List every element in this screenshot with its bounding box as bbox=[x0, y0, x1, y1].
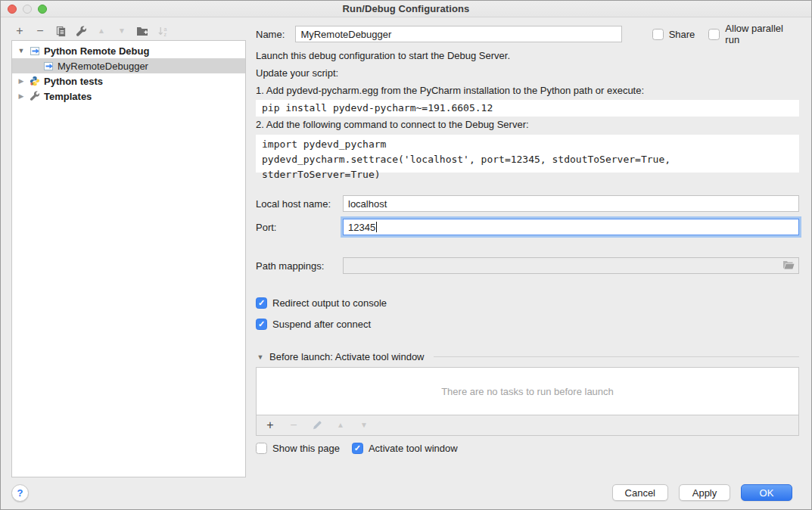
tasks-list[interactable]: There are no tasks to run before launch bbox=[257, 368, 798, 415]
zoom-window-button[interactable] bbox=[38, 5, 47, 14]
remove-task-button[interactable]: − bbox=[287, 418, 300, 432]
expand-collapse-icon[interactable] bbox=[17, 47, 26, 54]
edit-templates-button[interactable] bbox=[74, 24, 88, 38]
new-folder-icon bbox=[136, 26, 148, 36]
wrench-icon bbox=[76, 26, 87, 37]
dialog-footer: ? Cancel Apply OK bbox=[1, 476, 811, 509]
remote-debug-icon bbox=[42, 61, 54, 72]
move-up-button[interactable]: ▲ bbox=[95, 24, 108, 38]
before-launch-tasks-box: There are no tasks to run before launch … bbox=[256, 367, 799, 436]
show-this-page-checkbox[interactable]: Show this page bbox=[256, 443, 340, 454]
move-down-button[interactable]: ▼ bbox=[115, 24, 129, 38]
tasks-empty-text: There are no tasks to run before launch bbox=[441, 386, 614, 397]
name-input[interactable] bbox=[295, 26, 621, 42]
expand-collapse-icon[interactable] bbox=[17, 92, 26, 100]
apply-button[interactable]: Apply bbox=[679, 484, 730, 501]
allow-parallel-run-label: Allow parallel run bbox=[725, 23, 799, 45]
close-window-button[interactable] bbox=[8, 5, 17, 14]
ok-button[interactable]: OK bbox=[741, 484, 792, 501]
configurations-toolbar: + − ▲ ▼ a z bbox=[13, 23, 170, 39]
path-mappings-label: Path mappings: bbox=[256, 260, 343, 272]
browse-path-mappings-button[interactable] bbox=[782, 260, 795, 271]
port-input[interactable]: 12345 bbox=[343, 219, 799, 235]
activate-tool-window-checkbox[interactable]: Activate tool window bbox=[352, 443, 458, 454]
configurations-tree: Python Remote Debug MyRemoteDebugger bbox=[11, 40, 246, 477]
move-task-up-button[interactable]: ▲ bbox=[334, 418, 347, 432]
tree-item-label: Python tests bbox=[44, 76, 103, 87]
sort-configurations-button[interactable]: a z bbox=[156, 24, 170, 38]
question-mark-icon: ? bbox=[17, 487, 23, 499]
bottom-options-row: Show this page Activate tool window bbox=[256, 443, 799, 454]
step2-text: 2. Add the following command to connect … bbox=[256, 119, 799, 130]
minimize-window-button[interactable] bbox=[23, 5, 32, 14]
sort-alpha-icon: a z bbox=[157, 26, 169, 37]
cancel-button[interactable]: Cancel bbox=[612, 484, 668, 501]
settrace-code-line2: pydevd_pycharm.settrace('localhost', por… bbox=[262, 152, 793, 182]
configuration-form: Name: Share Allow parallel run Launch th… bbox=[256, 17, 799, 454]
create-folder-button[interactable] bbox=[135, 24, 149, 38]
traffic-lights bbox=[8, 5, 47, 14]
text-caret bbox=[376, 222, 377, 232]
remote-debug-icon bbox=[29, 45, 41, 57]
checkbox-icon bbox=[708, 29, 720, 40]
svg-text:a: a bbox=[163, 26, 166, 31]
suspend-after-connect-label: Suspend after connect bbox=[272, 319, 371, 330]
minus-icon: − bbox=[290, 419, 297, 431]
section-divider bbox=[434, 356, 799, 357]
redirect-output-label: Redirect output to console bbox=[272, 297, 387, 309]
arrow-down-icon: ▼ bbox=[118, 27, 126, 35]
update-script-text: Update your script: bbox=[256, 67, 799, 79]
pip-install-code[interactable]: pip install pydevd-pycharm~=191.6605.12 bbox=[256, 100, 799, 117]
tree-item-label: Python Remote Debug bbox=[44, 45, 149, 57]
svg-text:z: z bbox=[163, 32, 166, 37]
checkbox-icon bbox=[256, 443, 267, 454]
allow-parallel-run-checkbox[interactable]: Allow parallel run bbox=[708, 23, 799, 45]
titlebar: Run/Debug Configurations bbox=[1, 1, 811, 17]
before-launch-title: Before launch: Activate tool window bbox=[269, 351, 425, 362]
run-debug-configurations-dialog: Run/Debug Configurations + − ▲ ▼ bbox=[0, 0, 812, 510]
tree-item-templates[interactable]: Templates bbox=[12, 89, 245, 104]
python-tests-icon bbox=[29, 76, 41, 87]
name-label: Name: bbox=[256, 29, 295, 40]
add-task-button[interactable]: + bbox=[263, 418, 277, 432]
settrace-code[interactable]: import pydevd_pycharm pydevd_pycharm.set… bbox=[256, 135, 799, 173]
copy-icon bbox=[55, 26, 67, 37]
add-configuration-button[interactable]: + bbox=[13, 24, 26, 38]
collapse-section-icon[interactable] bbox=[256, 353, 265, 361]
local-host-row: Local host name: bbox=[256, 195, 799, 212]
before-launch-header[interactable]: Before launch: Activate tool window bbox=[256, 351, 799, 362]
path-mappings-row: Path mappings: bbox=[256, 257, 799, 274]
checkbox-icon bbox=[652, 29, 664, 40]
move-task-down-button[interactable]: ▼ bbox=[357, 418, 371, 432]
checkbox-checked-icon bbox=[256, 297, 267, 309]
copy-configuration-button[interactable] bbox=[54, 24, 67, 38]
path-mappings-input[interactable] bbox=[343, 257, 799, 274]
plus-icon: + bbox=[266, 419, 273, 431]
activate-tool-window-label: Activate tool window bbox=[369, 443, 458, 454]
settrace-code-line1: import pydevd_pycharm bbox=[262, 137, 793, 152]
redirect-output-checkbox[interactable]: Redirect output to console bbox=[256, 297, 799, 309]
tree-item-label: Templates bbox=[44, 91, 92, 102]
expand-collapse-icon[interactable] bbox=[17, 77, 26, 85]
description-text: Launch this debug configuration to start… bbox=[256, 50, 799, 61]
window-title: Run/Debug Configurations bbox=[343, 3, 470, 14]
tree-item-python-tests[interactable]: Python tests bbox=[12, 73, 245, 89]
tree-item-myremotedebugger[interactable]: MyRemoteDebugger bbox=[12, 58, 245, 73]
edit-task-button[interactable] bbox=[310, 418, 324, 432]
plus-icon: + bbox=[16, 25, 23, 37]
share-checkbox[interactable]: Share bbox=[652, 29, 695, 40]
pencil-icon bbox=[312, 420, 322, 431]
tree-item-python-remote-debug[interactable]: Python Remote Debug bbox=[12, 43, 245, 58]
help-button[interactable]: ? bbox=[11, 484, 29, 502]
suspend-after-connect-checkbox[interactable]: Suspend after connect bbox=[256, 319, 799, 330]
remove-configuration-button[interactable]: − bbox=[33, 24, 47, 38]
port-row: Port: 12345 bbox=[256, 219, 799, 235]
wrench-icon bbox=[29, 91, 41, 102]
dialog-buttons: Cancel Apply OK bbox=[612, 484, 792, 501]
arrow-down-icon: ▼ bbox=[360, 421, 368, 429]
name-row: Name: Share Allow parallel run bbox=[256, 26, 799, 42]
arrow-up-icon: ▲ bbox=[337, 421, 344, 429]
local-host-input[interactable] bbox=[343, 195, 799, 212]
share-label: Share bbox=[669, 29, 695, 40]
tasks-toolbar: + − ▲ ▼ bbox=[257, 415, 798, 435]
